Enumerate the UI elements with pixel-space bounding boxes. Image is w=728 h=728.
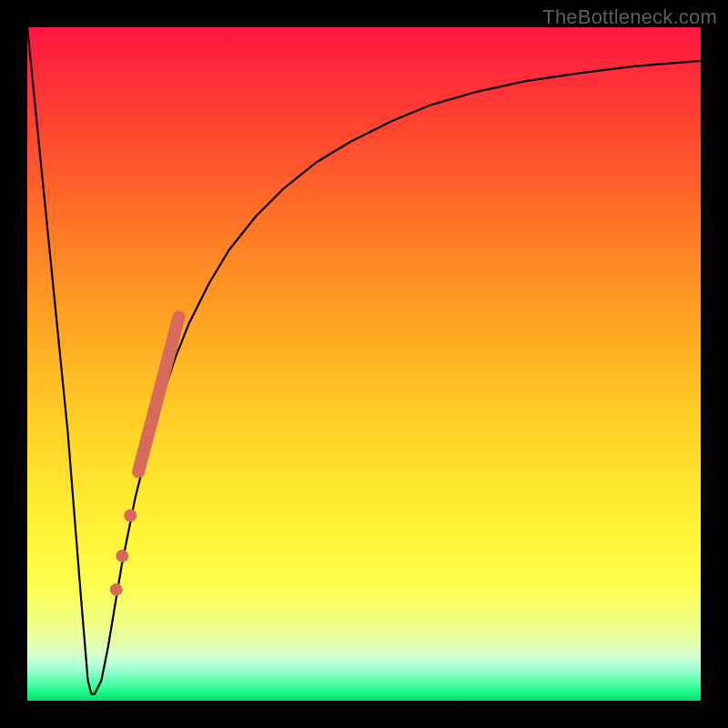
plot-area — [27, 27, 701, 701]
chart-svg — [27, 27, 701, 701]
bottleneck-curve — [27, 27, 701, 694]
highlight-segment — [138, 317, 178, 471]
highlight-dot — [124, 510, 136, 522]
highlight-dot — [110, 583, 123, 596]
watermark-text: TheBottleneck.com — [542, 5, 717, 29]
chart-frame: TheBottleneck.com — [0, 0, 728, 728]
highlight-dot — [116, 550, 128, 562]
